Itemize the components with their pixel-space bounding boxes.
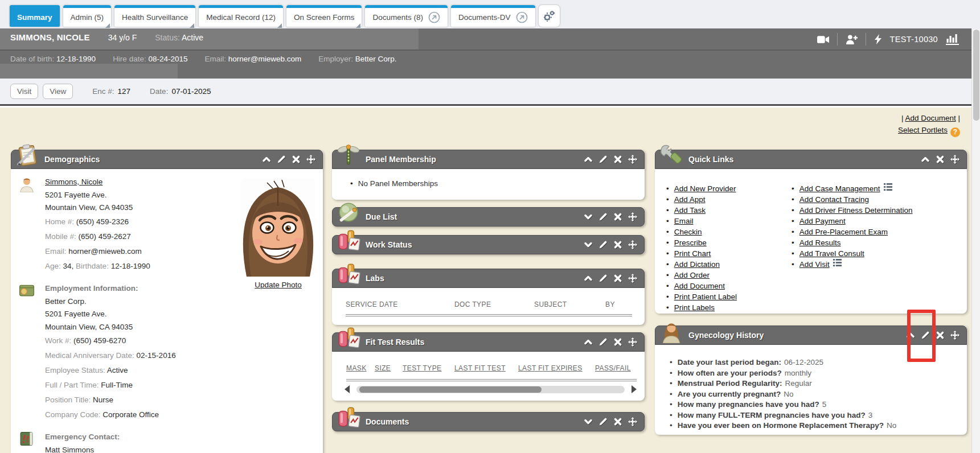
- expand-icon[interactable]: [584, 240, 593, 249]
- add-pre-placement-exam-link[interactable]: Add Pre-Placement Exam: [799, 226, 888, 237]
- vertical-scrollbar[interactable]: [971, 28, 980, 453]
- print-patient-label-link[interactable]: Print Patient Label: [674, 291, 737, 302]
- flowsheet-chart-icon[interactable]: [946, 34, 959, 45]
- move-icon[interactable]: [306, 155, 315, 164]
- add-results-link[interactable]: Add Results: [799, 237, 841, 248]
- patient-age-sex: 34 y/o F: [108, 33, 137, 42]
- collapse-icon[interactable]: [262, 155, 271, 164]
- popout-arrow-icon[interactable]: [428, 11, 440, 23]
- print-chart-link[interactable]: Print Chart: [674, 248, 711, 259]
- add-case-management-link[interactable]: Add Case Management: [799, 183, 880, 194]
- visit-button[interactable]: Visit: [10, 84, 38, 99]
- expand-icon[interactable]: [584, 417, 593, 426]
- close-icon[interactable]: [613, 212, 622, 221]
- edit-icon[interactable]: [598, 274, 608, 283]
- email-link[interactable]: Email: [674, 216, 694, 226]
- tab-settings-button[interactable]: [539, 5, 560, 27]
- collapse-icon[interactable]: [584, 155, 593, 164]
- tab-admin[interactable]: Admin (5): [63, 5, 112, 27]
- add-payment-link[interactable]: Add Payment: [799, 216, 846, 226]
- add-document-link[interactable]: Add Document: [905, 114, 956, 122]
- tab-summary[interactable]: Summary: [10, 5, 60, 27]
- move-icon[interactable]: [628, 274, 637, 283]
- video-camera-icon[interactable]: [817, 35, 829, 44]
- collapse-icon[interactable]: [921, 155, 930, 164]
- chart-tab-bar: Summary Admin (5) Health Surveillance Me…: [0, 0, 980, 28]
- quick-links-column-2: Add Case Management Add Contact Tracing …: [792, 183, 967, 314]
- patient-hire-date: Hire date: 08-24-2015: [113, 55, 187, 63]
- sortable-column-header[interactable]: TEST TYPE: [403, 364, 442, 372]
- add-new-provider-link[interactable]: Add New Provider: [674, 183, 736, 194]
- move-icon[interactable]: [628, 240, 637, 249]
- move-icon[interactable]: [628, 212, 637, 221]
- tab-on-screen-forms[interactable]: On Screen Forms: [286, 5, 362, 27]
- tab-documents[interactable]: Documents (8): [365, 5, 448, 27]
- add-task-link[interactable]: Add Task: [674, 205, 706, 216]
- tab-medical-record[interactable]: Medical Record (12): [199, 5, 283, 27]
- quick-link-item: Add Dictation: [666, 259, 792, 270]
- prescribe-link[interactable]: Prescribe: [674, 237, 707, 248]
- edit-icon[interactable]: [277, 155, 286, 164]
- quick-link-item: Prescribe: [666, 237, 792, 248]
- quick-link-item: Add Visit: [792, 259, 967, 270]
- full-part-time: Full / Part Time: Full-Time: [45, 378, 323, 393]
- move-icon[interactable]: [628, 417, 637, 426]
- patient-name-link[interactable]: Simmons, Nicole: [45, 178, 102, 186]
- add-visit-link[interactable]: Add Visit: [799, 259, 830, 270]
- emergency-heading: Emergency Contact:: [45, 430, 323, 444]
- add-dictation-link[interactable]: Add Dictation: [674, 259, 720, 270]
- edit-icon[interactable]: [598, 155, 608, 164]
- add-person-icon[interactable]: [846, 35, 858, 44]
- sortable-column-header[interactable]: PASS/FAIL: [595, 364, 631, 372]
- help-icon[interactable]: [950, 127, 960, 137]
- enc-value: 127: [118, 87, 131, 96]
- close-icon[interactable]: [613, 417, 622, 426]
- add-driver-fitness-link[interactable]: Add Driver Fitness Determination: [799, 205, 913, 216]
- scroll-right-arrow[interactable]: [632, 385, 637, 393]
- close-icon[interactable]: [613, 337, 622, 347]
- collapse-icon[interactable]: [584, 337, 593, 347]
- tab-documents-dv[interactable]: Documents-DV: [451, 5, 535, 27]
- tab-health-surveillance[interactable]: Health Surveillance: [114, 5, 195, 27]
- checkin-link[interactable]: Checkin: [674, 226, 702, 237]
- scrollbar-thumb[interactable]: [359, 386, 542, 393]
- close-icon[interactable]: [613, 274, 622, 283]
- sortable-column-header[interactable]: LAST FIT EXPIRES: [518, 364, 583, 372]
- popout-arrow-icon[interactable]: [516, 11, 528, 23]
- move-icon[interactable]: [628, 155, 637, 164]
- lightning-bolt-icon[interactable]: [874, 34, 882, 44]
- print-labels-link[interactable]: Print Labels: [674, 302, 715, 313]
- update-photo-link[interactable]: Update Photo: [255, 281, 302, 289]
- scrollbar-track[interactable]: [356, 386, 625, 393]
- sortable-column-header[interactable]: MASK: [346, 364, 367, 372]
- select-portlets-link[interactable]: Select Portlets: [898, 126, 948, 134]
- sortable-column-header[interactable]: LAST FIT TEST: [454, 364, 506, 372]
- collapse-icon[interactable]: [584, 274, 593, 283]
- fit-test-header: Fit Test Results: [332, 332, 645, 352]
- add-order-link[interactable]: Add Order: [674, 270, 710, 281]
- close-icon[interactable]: [613, 155, 622, 164]
- add-contact-tracing-link[interactable]: Add Contact Tracing: [799, 194, 869, 205]
- close-icon[interactable]: [613, 240, 622, 249]
- expand-icon[interactable]: [584, 212, 593, 221]
- edit-icon[interactable]: [598, 337, 608, 347]
- add-document-link[interactable]: Add Document: [674, 281, 725, 291]
- clipboard-icon: [15, 143, 39, 167]
- move-icon[interactable]: [628, 337, 637, 347]
- edit-icon[interactable]: [598, 240, 608, 249]
- add-appt-link[interactable]: Add Appt: [674, 194, 706, 205]
- close-icon[interactable]: [292, 155, 301, 164]
- highlight-red-box: [907, 310, 936, 362]
- close-icon[interactable]: [936, 331, 945, 340]
- edit-icon[interactable]: [598, 212, 608, 221]
- vertical-scrollbar-thumb[interactable]: [973, 30, 979, 121]
- close-icon[interactable]: [936, 155, 945, 164]
- add-travel-consult-link[interactable]: Add Travel Consult: [799, 248, 864, 259]
- edit-icon[interactable]: [598, 417, 608, 426]
- view-button[interactable]: View: [43, 84, 73, 99]
- move-icon[interactable]: [950, 155, 960, 164]
- scroll-left-arrow[interactable]: [345, 385, 350, 393]
- sortable-column-header[interactable]: SIZE: [375, 364, 391, 372]
- patient-name: SIMMONS, NICOLE: [10, 32, 90, 42]
- move-icon[interactable]: [950, 331, 960, 340]
